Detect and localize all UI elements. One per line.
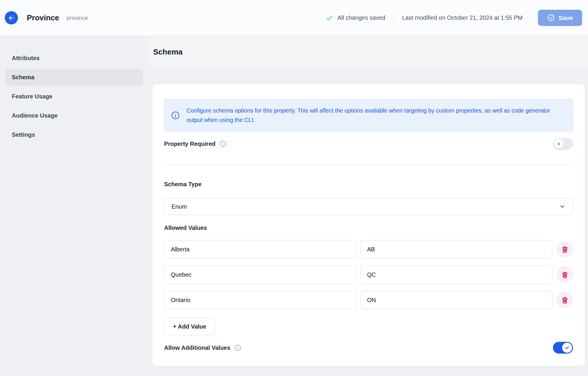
delete-value-button[interactable] xyxy=(556,241,573,258)
section-title: Schema xyxy=(153,47,183,57)
save-status: All changes saved xyxy=(325,14,385,22)
save-button-label: Save xyxy=(559,14,573,22)
check-icon xyxy=(325,14,333,22)
arrow-left-icon xyxy=(8,14,15,22)
x-icon xyxy=(556,141,561,146)
property-required-toggle[interactable] xyxy=(553,138,573,150)
toggle-knob xyxy=(562,343,572,353)
info-icon xyxy=(171,111,180,120)
allowed-value-row xyxy=(164,291,573,309)
header-divider xyxy=(394,12,394,24)
back-button[interactable] xyxy=(5,11,18,24)
chevron-down-icon xyxy=(559,203,566,210)
check-icon xyxy=(564,345,570,350)
allow-additional-values-row: Allow Additional Values xyxy=(164,342,573,354)
trash-icon xyxy=(561,271,569,279)
info-banner: Configure schema options for this proper… xyxy=(164,99,573,131)
schema-type-label: Schema Type xyxy=(164,181,573,189)
property-required-label: Property Required xyxy=(164,141,215,147)
main-content: Schema Configure schema options for this… xyxy=(148,36,588,376)
circle-check-icon xyxy=(547,14,555,22)
delete-value-button[interactable] xyxy=(556,292,573,308)
sidebar-item-label: Attributes xyxy=(12,55,39,62)
allowed-values-list xyxy=(164,240,573,309)
value-code-input[interactable] xyxy=(360,240,552,258)
allowed-value-row xyxy=(164,240,573,258)
section-header: Schema xyxy=(148,36,588,68)
allowed-values-label: Allowed Values xyxy=(164,225,573,232)
value-name-input[interactable] xyxy=(164,240,356,258)
top-header: Province province All changes saved Last… xyxy=(0,0,588,36)
delete-value-button[interactable] xyxy=(556,266,573,283)
allow-additional-values-label: Allow Additional Values xyxy=(164,344,230,351)
sidebar-item-label: Settings xyxy=(12,131,35,138)
sidebar-item-settings[interactable]: Settings xyxy=(5,126,143,143)
trash-icon xyxy=(561,245,569,253)
sidebar-item-label: Audience Usage xyxy=(12,112,58,119)
trash-icon xyxy=(561,296,569,304)
schema-type-select[interactable]: Enum xyxy=(164,198,573,215)
value-code-input[interactable] xyxy=(360,265,552,284)
page-title: Province xyxy=(27,13,59,22)
page-subtitle: province xyxy=(67,15,88,21)
sidebar-item-label: Schema xyxy=(12,74,34,81)
save-button[interactable]: Save xyxy=(538,10,582,26)
sidebar: Attributes Schema Feature Usage Audience… xyxy=(0,36,148,376)
value-code-input[interactable] xyxy=(360,291,552,309)
last-modified-text: Last modified on October 21, 2024 at 1:5… xyxy=(402,14,523,21)
schema-type-value: Enum xyxy=(171,203,187,210)
sidebar-item-schema[interactable]: Schema xyxy=(5,69,143,86)
sidebar-item-audience-usage[interactable]: Audience Usage xyxy=(5,107,143,124)
save-status-text: All changes saved xyxy=(338,14,385,21)
allow-additional-values-toggle[interactable] xyxy=(553,342,573,354)
property-required-row: Property Required xyxy=(164,138,573,150)
value-name-input[interactable] xyxy=(164,291,356,309)
allowed-value-row xyxy=(164,265,573,284)
sidebar-item-label: Feature Usage xyxy=(12,93,52,100)
info-icon[interactable] xyxy=(234,344,242,352)
sidebar-item-attributes[interactable]: Attributes xyxy=(5,50,143,67)
sidebar-item-feature-usage[interactable]: Feature Usage xyxy=(5,88,143,105)
add-value-button[interactable]: + Add Value xyxy=(164,318,215,335)
schema-card: Configure schema options for this proper… xyxy=(152,84,585,366)
toggle-knob xyxy=(554,139,564,149)
value-name-input[interactable] xyxy=(164,265,356,284)
section-divider xyxy=(164,165,573,165)
info-banner-text: Configure schema options for this proper… xyxy=(186,106,565,125)
info-icon[interactable] xyxy=(219,140,227,148)
